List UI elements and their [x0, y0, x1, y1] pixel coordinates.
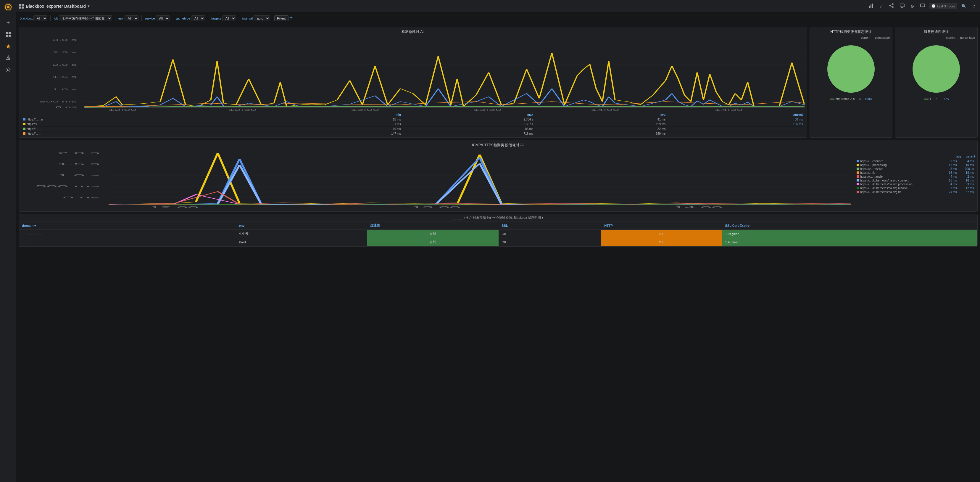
status-table-row[interactable]: ... .. ... Prod 在线 OK 200 1.40 year	[19, 238, 490, 241]
main-content: 检测总耗时 All 3.0 s 2.5 s 2.0 s 1.5 s 1.0 s	[16, 24, 490, 241]
legend-row[interactable]: https://... ... 19 ms 85 ms 32 ms	[21, 127, 490, 131]
filter-divider-4	[173, 15, 173, 21]
filter-env-label[interactable]: env	[118, 17, 124, 20]
panel5-table: domain ▾ env 连通性 SSL HTTP SSL Cert Expir…	[19, 222, 490, 241]
panel1-legend: min max avg current https://... ...n 18 …	[19, 113, 490, 137]
svg-text:500 ms: 500 ms	[40, 100, 77, 103]
panel1-chart: 3.0 s 2.5 s 2.0 s 1.5 s 1.0 s 500 ms 0 n…	[19, 35, 490, 113]
sidebar-item-settings[interactable]	[3, 65, 14, 75]
filter-env-select[interactable]: All	[124, 15, 138, 21]
sidebar-item-starred[interactable]	[3, 41, 14, 51]
svg-point-2	[7, 6, 10, 8]
filter-gametype: gametype All	[176, 15, 205, 21]
col-domain-label: domain	[22, 224, 33, 227]
add-filter-button[interactable]: +	[290, 15, 293, 21]
svg-text:12:30: 12:30	[228, 108, 256, 111]
sidebar-item-alerts[interactable]	[3, 53, 14, 63]
legend-label: https://x... ...~	[27, 123, 45, 126]
filter-blackbox-select[interactable]: All	[33, 15, 47, 21]
svg-rect-15	[22, 6, 24, 9]
svg-text:13:30: 13:30	[473, 108, 490, 111]
svg-text:1.5 s: 1.5 s	[52, 75, 77, 78]
filter-blackbox-label[interactable]: blackbox	[20, 17, 33, 20]
filter-job-select[interactable]: 七牛对象存储中的一个测试资源...	[59, 15, 112, 21]
grid-icon	[19, 3, 24, 9]
filter-divider-5	[208, 15, 208, 21]
filter-interval: interval auto	[242, 15, 270, 21]
filter-service-select[interactable]: All	[156, 15, 170, 21]
col-domain[interactable]: domain ▾	[19, 222, 236, 230]
panel1-legend-table: min max avg current https://... ...n 18 …	[21, 113, 490, 136]
filter-env: env All	[118, 15, 138, 21]
legend-row[interactable]: https://... ... 147 ms 718 ms 359 ms	[21, 131, 490, 136]
legend-max: 2.704 s	[403, 117, 490, 122]
cell-env: Prod	[236, 238, 367, 241]
status-table-row[interactable]: ... .. ....... ..~... 七牛云 在线 OK 200 1.94…	[19, 230, 490, 238]
legend-min: 19 ms	[270, 127, 403, 131]
legend-min: 18 ms	[270, 117, 403, 122]
row-1: 检测总耗时 All 3.0 s 2.5 s 2.0 s 1.5 s 1.0 s	[19, 27, 490, 138]
legend-col-name	[21, 113, 270, 117]
cell-env: 七牛云	[236, 230, 367, 238]
sidebar-item-dashboards[interactable]	[3, 29, 14, 40]
filterbar: blackbox All job 七牛对象存储中的一个测试资源... env A…	[16, 13, 490, 24]
cell-connectivity: 在线	[367, 238, 490, 241]
svg-text:1.0 s: 1.0 s	[52, 88, 77, 91]
sidebar-item-add[interactable]: +	[3, 17, 14, 28]
panel-detection-time: 检测总耗时 All 3.0 s 2.5 s 2.0 s 1.5 s 1.0 s	[19, 27, 490, 138]
svg-text:13:00: 13:00	[351, 108, 379, 111]
svg-text:2.5 s: 2.5 s	[52, 51, 77, 54]
svg-rect-7	[9, 35, 11, 37]
panel4-inner: 2.0 s 1.5 s 1.0 s 500 ms 0 ns 12:00 13:0…	[19, 149, 490, 211]
filter-divider-3	[142, 15, 142, 21]
filter-gametype-label[interactable]: gametype	[176, 17, 190, 20]
filter-gametype-select[interactable]: All	[191, 15, 205, 21]
cell-domain: ... .. ...	[19, 238, 236, 241]
filter-job: job 七牛对象存储中的一个测试资源...	[54, 15, 112, 21]
filter-targets: targets All	[211, 15, 236, 21]
title-dropdown-icon[interactable]: ▾	[88, 4, 89, 8]
svg-text:2.0 s: 2.0 s	[57, 152, 100, 155]
filter-service: service All	[145, 15, 170, 21]
grafana-logo[interactable]	[3, 2, 13, 12]
legend-label: https://... ...	[27, 132, 41, 135]
svg-text:1.0 s: 1.0 s	[57, 174, 100, 177]
filter-blackbox: blackbox All	[20, 15, 47, 21]
filter-interval-select[interactable]: auto	[254, 15, 270, 21]
svg-text:12:00: 12:00	[150, 206, 199, 209]
svg-rect-4	[6, 32, 8, 34]
legend-max: 718 ms	[403, 131, 490, 136]
svg-rect-14	[19, 6, 21, 9]
row-3: __ ___ + 七牛对象存储中的一个测试资源. Blackbox 状态明细 ▾…	[19, 214, 490, 241]
panel5-subtitle[interactable]: __ ___ + 七牛对象存储中的一个测试资源. Blackbox 状态明细 ▾	[19, 214, 490, 222]
filter-job-label[interactable]: job	[54, 17, 58, 20]
status-table-header-row: domain ▾ env 连通性 SSL HTTP SSL Cert Expir…	[19, 222, 490, 230]
svg-text:12:00: 12:00	[108, 108, 137, 111]
panel-icmp: ICMP/HTTPS检测类 阶段耗时 All 2.0 s 1.5 s	[19, 140, 490, 212]
svg-text:0 ns: 0 ns	[55, 105, 77, 109]
filter-divider-6	[239, 15, 239, 21]
legend-col-max: max	[403, 113, 490, 117]
sort-icon: ▾	[34, 224, 36, 227]
svg-rect-5	[9, 32, 11, 34]
svg-point-11	[7, 69, 9, 71]
filter-targets-label[interactable]: targets	[211, 17, 221, 20]
panel4-svg: 2.0 s 1.5 s 1.0 s 500 ms 0 ns 12:00 13:0…	[21, 150, 490, 209]
legend-row[interactable]: https://x... ...~ 1 ms 2.597 s 199 ms 16…	[21, 122, 490, 127]
legend-max: 2.597 s	[403, 122, 490, 127]
legend-min: 1 ms	[270, 122, 403, 127]
svg-marker-8	[6, 44, 11, 49]
svg-text:1.5 s: 1.5 s	[57, 163, 100, 166]
filter-interval-label[interactable]: interval	[242, 17, 253, 20]
panel-status: __ ___ + 七牛对象存储中的一个测试资源. Blackbox 状态明细 ▾…	[19, 214, 490, 241]
title-text: Blackbox_exporter Dashboard	[26, 4, 86, 9]
col-connectivity: 连通性	[367, 222, 490, 230]
panel4-title: ICMP/HTTPS检测类 阶段耗时 All	[19, 140, 490, 149]
filter-service-label[interactable]: service	[145, 17, 155, 20]
panel1-svg: 3.0 s 2.5 s 2.0 s 1.5 s 1.0 s 500 ms 0 n…	[21, 37, 490, 111]
svg-text:13:00: 13:00	[411, 206, 460, 209]
legend-row[interactable]: https://... ...n 18 ms 2.704 s 41 ms 30 …	[21, 117, 490, 122]
filter-targets-select[interactable]: All	[222, 15, 236, 21]
svg-point-10	[8, 59, 9, 59]
filters-button[interactable]: Filters	[274, 15, 288, 21]
